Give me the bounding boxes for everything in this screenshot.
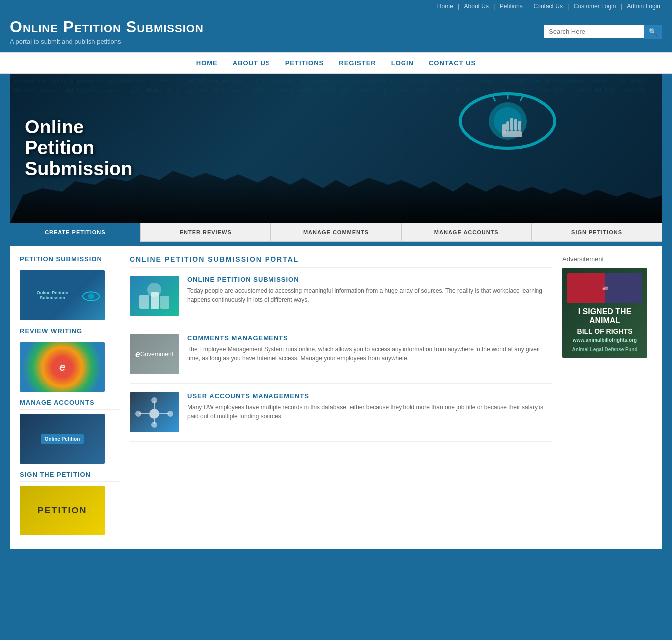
topbar-contactus-link[interactable]: Contact Us [534,3,563,10]
hero-text: Online Petition Submission [10,97,147,199]
center-content: ONLINE PETITION SUBMISSION PORTAL ONLINE… [130,256,552,539]
article-1-heading: ONLINE PETITION SUBMISSION [187,276,552,283]
ad-line2: BILL OF RIGHTS [577,327,633,335]
nav-login[interactable]: LOGIN [391,59,414,67]
nav-home[interactable]: HOME [196,59,218,67]
svg-rect-17 [160,296,169,309]
tab-create-petitions[interactable]: CREATE PETITIONS [10,223,140,242]
svg-rect-5 [514,119,517,131]
sidebar-right: Adversitement 🇺🇸 I SIGNED THE ANIMAL BIL… [562,256,652,539]
main-nav: HOME ABOUT US PETITIONS REGISTER LOGIN C… [0,52,672,74]
article-3-image [130,392,179,432]
nav-contactus[interactable]: CONTACT US [429,59,476,67]
article-3-heading: USER ACCOUNTS MANAGEMENTS [187,392,552,400]
svg-rect-4 [510,118,513,131]
article-3-body: Many UW employees have multiple records … [187,403,552,421]
svg-rect-16 [151,292,159,309]
main-content: PETITION SUBMISSION Online Petition Subm… [10,246,662,549]
svg-point-25 [135,411,141,417]
sidebar-manage-accounts-title: MANAGE ACCOUNTS [20,399,120,410]
top-bar: Home | About Us | Petitions | Contact Us… [0,0,672,13]
svg-rect-18 [149,409,159,419]
svg-rect-6 [518,121,521,131]
topbar-petitions-link[interactable]: Petitions [500,3,523,10]
svg-line-10 [493,96,495,101]
svg-point-23 [151,397,157,403]
sidebar-left: PETITION SUBMISSION Online Petition Subm… [20,256,120,539]
article-2-text: COMMENTS MANAGEMENTS The Employee Manage… [187,334,552,374]
hero-banner: create the point A based on calculations… [10,74,662,223]
ad-title: Adversitement [562,256,652,263]
sidebar-review-writing-image: e [20,342,105,392]
topbar-customer-login-link[interactable]: Customer Login [574,3,616,10]
sidebar-manage-accounts-image: Online Petition [20,414,105,464]
article-1-body: Today people are accustomed to accessing… [187,286,552,304]
article-1-image [130,276,179,316]
article-2-image: e Government [130,334,179,374]
sidebar-sign-petition-title: SIGN THE PETITION [20,471,120,482]
article-1: ONLINE PETITION SUBMISSION Today people … [130,276,552,325]
article-2-body: The Employee Management System runs onli… [187,345,552,363]
header: Online Petition Submission A portal to s… [0,13,672,52]
ad-line3: www.animalbillofrights.org [573,337,637,343]
nav-register[interactable]: REGISTER [339,59,376,67]
search-button[interactable]: 🔍 [644,25,662,39]
svg-rect-8 [502,131,522,137]
article-2: e Government COMMENTS MANAGEMENTS The Em… [130,334,552,384]
nav-petitions[interactable]: PETITIONS [285,59,324,67]
search-input[interactable] [544,25,644,38]
nav-aboutus[interactable]: ABOUT US [233,59,270,67]
svg-line-11 [520,96,523,101]
ad-image: 🇺🇸 I SIGNED THE ANIMAL BILL OF RIGHTS ww… [562,268,647,358]
tab-enter-reviews[interactable]: ENTER REVIEWS [140,223,271,242]
article-3-text: USER ACCOUNTS MANAGEMENTS Many UW employ… [187,392,552,432]
action-tabs: CREATE PETITIONS ENTER REVIEWS MANAGE CO… [10,223,662,242]
svg-rect-15 [139,295,149,309]
site-subtitle: A portal to submit and publish petitions [10,38,204,45]
sidebar-sign-petition-image: PETITION [20,486,105,535]
svg-point-26 [167,411,173,417]
ad-line1: I SIGNED THE ANIMAL [567,307,642,325]
svg-point-24 [151,422,157,428]
topbar-home-link[interactable]: Home [437,3,453,10]
footer-space [0,553,672,573]
topbar-admin-login-link[interactable]: Admin Login [627,3,660,10]
article-1-text: ONLINE PETITION SUBMISSION Today people … [187,276,552,316]
tab-manage-comments[interactable]: MANAGE COMMENTS [271,223,402,242]
site-title: Online Petition Submission [10,18,204,36]
center-title: ONLINE PETITION SUBMISSION PORTAL [130,256,552,268]
hero-eye-icon [453,89,562,160]
svg-point-13 [88,293,94,299]
article-2-heading: COMMENTS MANAGEMENTS [187,334,552,342]
article-3: USER ACCOUNTS MANAGEMENTS Many UW employ… [130,392,552,442]
site-branding: Online Petition Submission A portal to s… [10,18,204,45]
search-bar: 🔍 [544,25,662,39]
topbar-aboutus-link[interactable]: About Us [464,3,489,10]
svg-rect-3 [506,121,509,131]
sidebar-petition-submission-image: Online Petition Submission [20,270,105,320]
tab-manage-accounts[interactable]: MANAGE ACCOUNTS [401,223,532,242]
sidebar-petition-submission-title: PETITION SUBMISSION [20,256,120,266]
tab-sign-petitions[interactable]: SIGN PETITIONS [532,223,662,242]
sidebar-review-writing-title: REVIEW WRITING [20,327,120,338]
